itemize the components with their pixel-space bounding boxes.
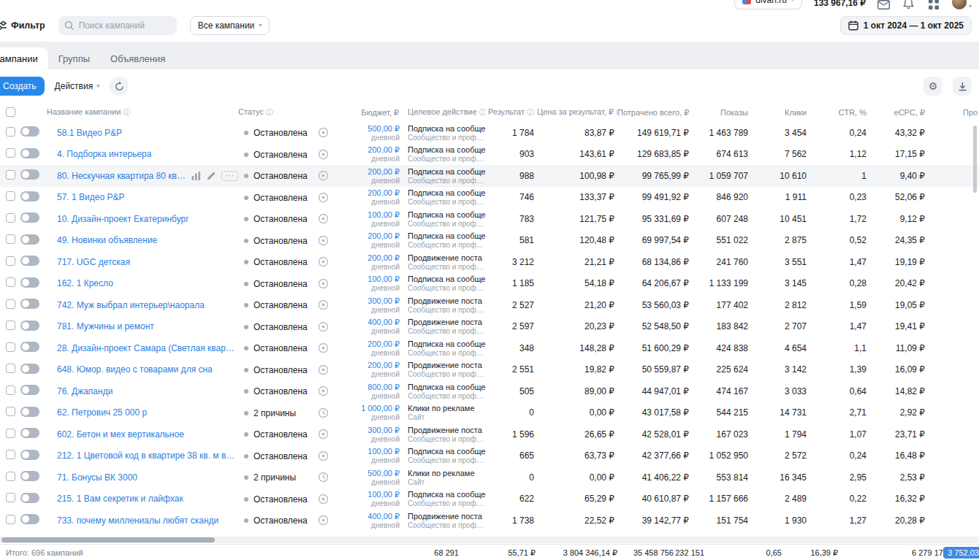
campaign-link[interactable]: 28. Дизайн-проект Самара (Светлая кварти… xyxy=(57,343,238,353)
row-toggle[interactable] xyxy=(20,256,39,266)
campaign-link[interactable]: 62. Петрович 25 000 р xyxy=(57,407,147,418)
row-toggle[interactable] xyxy=(20,169,39,180)
budget-value[interactable]: 200,00 ₽ xyxy=(335,231,400,241)
campaign-link[interactable]: 49. Новинки объявление xyxy=(57,235,157,245)
row-toggle[interactable] xyxy=(20,471,39,481)
row-toggle[interactable] xyxy=(20,148,39,158)
column-ctr[interactable]: CTR, % xyxy=(811,103,871,122)
statistics-icon[interactable] xyxy=(191,172,201,180)
row-checkbox[interactable] xyxy=(6,515,15,524)
budget-value[interactable]: 300,00 ₽ xyxy=(335,426,400,435)
filter-button[interactable]: Фильтр xyxy=(0,20,45,31)
budget-value[interactable]: 200,00 ₽ xyxy=(335,145,400,155)
column-impressions[interactable]: Показы xyxy=(692,103,753,122)
refresh-button[interactable] xyxy=(110,77,129,96)
row-checkbox[interactable] xyxy=(6,472,15,481)
budget-value[interactable]: 100,00 ₽ xyxy=(335,210,400,220)
column-goal[interactable]: Целевое действиеⓘ xyxy=(402,103,486,122)
actions-dropdown[interactable]: Действия ▾ xyxy=(55,81,100,91)
column-status[interactable]: Статусⓘ xyxy=(238,103,314,122)
row-toggle[interactable] xyxy=(20,342,39,352)
create-button[interactable]: Создать xyxy=(0,77,45,96)
row-toggle[interactable] xyxy=(20,364,39,374)
row-checkbox[interactable] xyxy=(6,450,15,459)
campaign-link[interactable]: 717. UGC детская xyxy=(57,257,130,267)
budget-value[interactable]: 100,00 ₽ xyxy=(335,447,400,456)
budget-value[interactable]: 500,00 ₽ xyxy=(335,469,400,478)
table-settings-button[interactable]: ⚙ xyxy=(923,77,942,96)
row-toggle[interactable] xyxy=(20,212,39,223)
campaign-link[interactable]: 58.1 Видео Р&Р xyxy=(57,128,122,138)
column-truncated[interactable]: Про xyxy=(929,103,979,122)
select-all-checkbox[interactable] xyxy=(6,107,15,117)
row-toggle[interactable] xyxy=(20,514,39,524)
row-toggle[interactable] xyxy=(20,277,39,288)
tab-ads[interactable]: Объявления xyxy=(100,47,175,69)
row-toggle[interactable] xyxy=(20,428,39,438)
apps-menu-button[interactable] xyxy=(927,0,940,9)
row-checkbox[interactable] xyxy=(6,429,15,438)
campaign-link[interactable]: 212. 1 Цветовой код в квартире 38 кв. м … xyxy=(57,450,238,461)
row-checkbox[interactable] xyxy=(6,407,15,416)
column-budget[interactable]: Бюджет, ₽ xyxy=(335,103,402,122)
campaign-link[interactable]: 76. Джапанди xyxy=(57,386,113,396)
column-ecpc[interactable]: eCPC, ₽ xyxy=(871,103,929,122)
row-checkbox[interactable] xyxy=(6,256,15,266)
row-toggle[interactable] xyxy=(20,126,39,137)
row-toggle[interactable] xyxy=(20,191,39,202)
budget-value[interactable]: 200,00 ₽ xyxy=(335,361,400,370)
campaign-link[interactable]: 733. почему миллениалы любят сканди xyxy=(57,515,218,526)
budget-value[interactable]: 300,00 ₽ xyxy=(335,296,400,306)
campaign-link[interactable]: 742. Муж выбрал интерьер\наорала xyxy=(57,300,205,310)
campaign-link[interactable]: 80. Нескучная квартира 80 кв.м для четве… xyxy=(57,171,187,181)
row-toggle[interactable] xyxy=(20,321,39,331)
column-spent[interactable]: Потрачено всего, ₽↓ xyxy=(617,103,692,122)
campaign-scope-dropdown[interactable]: Все кампании ▾ xyxy=(190,16,270,35)
horizontal-scrollbar[interactable] xyxy=(1,537,215,542)
campaign-link[interactable]: 781. Мужчины и ремонт xyxy=(57,321,154,331)
row-toggle[interactable] xyxy=(20,385,39,395)
row-toggle[interactable] xyxy=(20,299,39,309)
campaign-link[interactable]: 602. Бетон и мех вертикальное xyxy=(57,429,184,440)
row-toggle[interactable] xyxy=(20,450,39,460)
campaign-link[interactable]: 215. 1 Вам секретик и лайфхак xyxy=(57,494,183,504)
campaign-link[interactable]: 4. Подборка интерьера xyxy=(57,149,151,159)
messages-button[interactable] xyxy=(877,0,891,9)
row-checkbox[interactable] xyxy=(6,234,15,244)
more-actions-icon[interactable] xyxy=(221,171,238,181)
budget-value[interactable]: 100,00 ₽ xyxy=(335,275,400,284)
budget-value[interactable]: 1 000,00 ₽ xyxy=(335,404,400,413)
row-checkbox[interactable] xyxy=(6,170,15,180)
campaign-link[interactable]: 57. 1 Видео Р&Р xyxy=(57,192,124,202)
row-checkbox[interactable] xyxy=(6,148,15,158)
budget-value[interactable]: 500,00 ₽ xyxy=(335,124,400,134)
row-checkbox[interactable] xyxy=(6,386,15,395)
row-checkbox[interactable] xyxy=(6,342,15,352)
row-checkbox[interactable] xyxy=(6,213,15,223)
row-toggle[interactable] xyxy=(20,493,39,503)
row-checkbox[interactable] xyxy=(6,277,15,287)
campaign-link[interactable]: 648. Юмор. видео с товарами для сна xyxy=(57,364,213,375)
campaign-link[interactable]: 10. Дизайн-проект Екатеринбург xyxy=(57,214,189,224)
account-switcher[interactable]: divan.ru ▾ xyxy=(734,0,802,9)
budget-value[interactable]: 400,00 ₽ xyxy=(335,512,400,521)
budget-value[interactable]: 200,00 ₽ xyxy=(335,340,400,349)
column-result[interactable]: Результатⓘ xyxy=(486,103,537,122)
budget-value[interactable]: 200,00 ₽ xyxy=(335,253,400,263)
column-name[interactable]: Название кампанииⓘ xyxy=(47,103,238,122)
edit-pencil-icon[interactable] xyxy=(207,172,216,180)
budget-value[interactable]: 100,00 ₽ xyxy=(335,490,400,499)
campaign-link[interactable]: 162. 1 Кресло xyxy=(57,278,113,288)
vertical-scrollbar[interactable] xyxy=(973,126,977,193)
column-cost-per-result[interactable]: Цена за результат, ₽ⓘ xyxy=(537,103,617,122)
export-button[interactable] xyxy=(953,77,972,96)
budget-value[interactable]: 400,00 ₽ xyxy=(335,318,400,327)
row-toggle[interactable] xyxy=(20,407,39,417)
row-checkbox[interactable] xyxy=(6,364,15,373)
tab-groups[interactable]: Группы xyxy=(48,47,100,69)
date-range-picker[interactable]: 1 окт 2024 — 1 окт 2025 xyxy=(840,16,972,35)
budget-value[interactable]: 200,00 ₽ xyxy=(335,188,400,198)
row-toggle[interactable] xyxy=(20,234,39,245)
search-input[interactable] xyxy=(79,20,167,31)
row-checkbox[interactable] xyxy=(6,191,15,201)
